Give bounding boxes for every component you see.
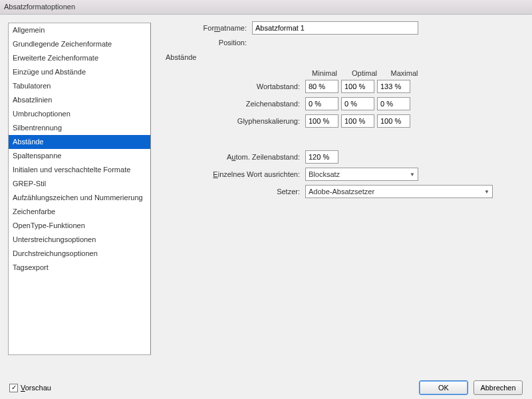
sidebar-item-5[interactable]: Absatzlinien [9,93,150,107]
titlebar: Absatzformatoptionen [0,0,532,15]
cancel-button[interactable]: Abbrechen [473,380,523,395]
auto-leading-label: Autom. Zeilenabstand: [166,153,305,161]
formatname-label: Formatname: [166,24,252,32]
spacing-row-2: Glyphenskalierung: [166,114,520,128]
spacing-label-0: Wortabstand: [166,82,305,90]
sidebar-item-2[interactable]: Erweiterte Zeichenformate [9,51,150,65]
sidebar-item-10[interactable]: Initialen und verschachtelte Formate [9,163,150,177]
single-word-label: Einzelnes Wort ausrichten: [166,170,305,178]
sidebar-item-6[interactable]: Umbruchoptionen [9,107,150,121]
auto-leading-input[interactable] [305,150,338,164]
sidebar-item-0[interactable]: Allgemein [9,23,150,37]
section-title: Abstände [166,53,520,61]
window-title: Absatzformatoptionen [4,3,75,11]
sidebar-item-3[interactable]: Einzüge und Abstände [9,65,150,79]
col-minimal: Minimal [305,69,344,77]
ok-button[interactable]: OK [419,380,468,395]
composer-select[interactable]: Adobe-Absatzsetzer ▼ [305,185,493,198]
spacing-row-0: Wortabstand: [166,80,520,93]
sidebar-item-7[interactable]: Silbentrennung [9,121,150,135]
sidebar-item-15[interactable]: Unterstreichungsoptionen [9,233,150,247]
spacing-2-min[interactable] [305,114,338,128]
spacing-1-opt[interactable] [341,97,374,110]
main-panel: Formatname: Position: Abstände Minimal O… [156,15,532,379]
spacing-label-1: Zeichenabstand: [166,100,305,108]
category-list[interactable]: AllgemeinGrundlegende ZeichenformateErwe… [8,23,151,355]
composer-value: Adobe-Absatzsetzer [309,188,374,196]
spacing-0-min[interactable] [305,80,338,93]
sidebar-item-13[interactable]: Zeichenfarbe [9,205,150,219]
preview-label: Vorschau [21,384,51,392]
spacing-row-1: Zeichenabstand: [166,97,520,110]
sidebar-item-17[interactable]: Tagsexport [9,261,150,275]
spacing-0-opt[interactable] [341,80,374,93]
spacing-2-opt[interactable] [341,114,374,128]
single-word-select[interactable]: Blocksatz ▼ [305,168,418,181]
footer: ✓ Vorschau OK Abbrechen [0,379,532,399]
dialog-body: AllgemeinGrundlegende ZeichenformateErwe… [0,15,532,379]
sidebar-item-1[interactable]: Grundlegende Zeichenformate [9,37,150,51]
spacing-0-max[interactable] [377,80,410,93]
col-optimal: Optimal [345,69,384,77]
checkbox-icon: ✓ [9,384,18,392]
sidebar-item-4[interactable]: Tabulatoren [9,79,150,93]
preview-checkbox[interactable]: ✓ Vorschau [9,384,51,392]
position-label: Position: [166,39,252,47]
spacing-2-max[interactable] [377,114,410,128]
sidebar-item-14[interactable]: OpenType-Funktionen [9,219,150,233]
chevron-down-icon: ▼ [484,189,489,195]
sidebar-item-11[interactable]: GREP-Stil [9,177,150,191]
single-word-value: Blocksatz [309,170,340,178]
formatname-input[interactable] [252,21,418,35]
sidebar-wrap: AllgemeinGrundlegende ZeichenformateErwe… [0,15,156,379]
spacing-label-2: Glyphenskalierung: [166,117,305,125]
spacing-1-min[interactable] [305,97,338,110]
sidebar-item-9[interactable]: Spaltenspanne [9,149,150,163]
composer-label: Setzer: [166,188,305,196]
sidebar-item-8[interactable]: Abstände [9,135,150,149]
chevron-down-icon: ▼ [410,172,415,178]
sidebar-item-16[interactable]: Durchstreichungsoptionen [9,247,150,261]
spacing-1-max[interactable] [377,97,410,110]
sidebar-item-12[interactable]: Aufzählungszeichen und Nummerierung [9,191,150,205]
col-maximal: Maximal [385,69,424,77]
